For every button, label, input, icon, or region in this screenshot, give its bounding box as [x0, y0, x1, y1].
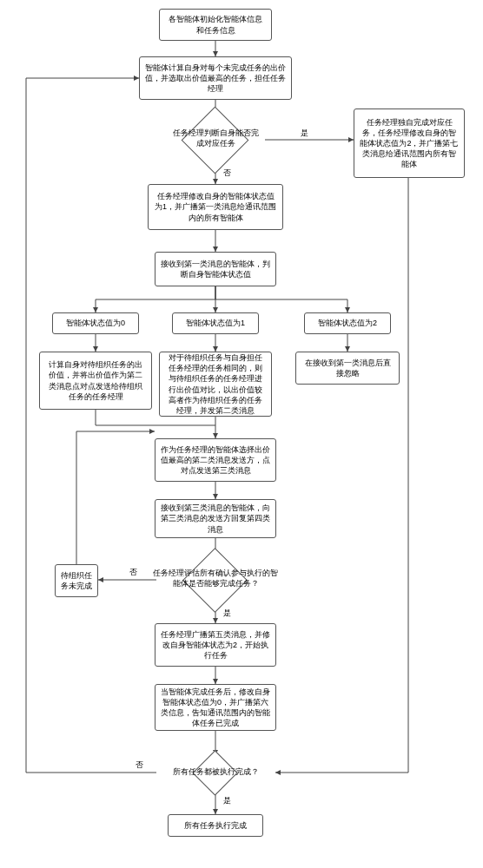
node-not-complete: 待组织任务未完成	[55, 564, 98, 597]
node-state0-action: 计算自身对待组织任务的出价值，并将出价值作为第二类消息点对点发送给待组织任务的任…	[39, 352, 152, 410]
text: 对于待组织任务与自身担任任务经理的任务相同的，则与待组织任务的任务经理进行出价值…	[165, 352, 266, 416]
decision-can-finish	[182, 548, 248, 613]
text: 作为任务经理的智能体选择出价值最高的第二类消息发送方，点对点发送第三类消息	[161, 444, 270, 476]
text: 智能体状态值为0	[66, 318, 125, 328]
node-state1-action: 对于待组织任务与自身担任任务经理的任务相同的，则与待组织任务的任务经理进行出价值…	[159, 352, 272, 417]
node-state-1: 智能体状态值为1	[172, 312, 259, 334]
text: 计算自身对待组织任务的出价值，并将出价值作为第二类消息点对点发送给待组织任务的任…	[45, 359, 146, 402]
edge-yes-1: 是	[300, 128, 309, 139]
edge-yes-2: 是	[222, 608, 232, 619]
node-calc-bid: 智能体计算自身对每个未完成任务的出价值，并选取出价值最高的任务，担任任务经理	[139, 56, 292, 100]
text: 在接收到第一类消息后直接忽略	[301, 358, 394, 378]
text: 任务经理修改自身的智能体状态值为1，并广播第一类消息给通讯范围内的所有智能体	[154, 191, 277, 222]
text: 任务经理广播第五类消息，并修改自身智能体状态为2，开始执行任务	[161, 629, 270, 661]
node-state-2: 智能体状态值为2	[304, 312, 391, 334]
text: 接收到第三类消息的智能体，向第三类消息的发送方回复第四类消息	[161, 503, 270, 534]
decision-can-complete	[182, 107, 249, 174]
text: 所有任务执行完成	[184, 820, 247, 831]
edge-no-3: 否	[135, 760, 144, 771]
node-all-complete: 所有任务执行完成	[168, 814, 263, 837]
text: 当智能体完成任务后，修改自身智能体状态值为0，并广播第六类信息，告知通讯范围内的…	[161, 687, 270, 729]
decision-all-done	[192, 750, 237, 795]
edge-no-2: 否	[129, 567, 138, 578]
node-broadcast-1: 任务经理修改自身的智能体状态值为1，并广播第一类消息给通讯范围内的所有智能体	[148, 184, 283, 230]
node-state2-action: 在接收到第一类消息后直接忽略	[295, 352, 400, 385]
text: 各智能体初始化智能体信息和任务信息	[165, 14, 266, 35]
node-reply-4: 接收到第三类消息的智能体，向第三类消息的发送方回复第四类消息	[155, 499, 276, 538]
edge-yes-3: 是	[222, 795, 232, 806]
text: 智能体计算自身对每个未完成任务的出价值，并选取出价值最高的任务，担任任务经理	[145, 62, 286, 94]
text: 待组织任务未完成	[61, 570, 92, 591]
node-recv-check: 接收到第一类消息的智能体，判断自身智能体状态值	[155, 252, 276, 286]
text: 接收到第一类消息的智能体，判断自身智能体状态值	[161, 259, 270, 279]
node-broadcast-6: 当智能体完成任务后，修改自身智能体状态值为0，并广播第六类信息，告知通讯范围内的…	[155, 684, 276, 731]
text: 智能体状态值为2	[318, 318, 377, 328]
node-solo-complete: 任务经理独自完成对应任务，任务经理修改自身的智能体状态值为2，并广播第七类消息给…	[354, 108, 465, 178]
edge-no-1: 否	[222, 168, 232, 179]
node-select-highest: 作为任务经理的智能体选择出价值最高的第二类消息发送方，点对点发送第三类消息	[155, 438, 276, 482]
node-broadcast-5: 任务经理广播第五类消息，并修改自身智能体状态为2，开始执行任务	[155, 623, 276, 667]
node-state-0: 智能体状态值为0	[52, 312, 139, 334]
node-init: 各智能体初始化智能体信息和任务信息	[159, 9, 272, 41]
text: 任务经理独自完成对应任务，任务经理修改自身的智能体状态值为2，并广播第七类消息给…	[360, 117, 459, 170]
text: 智能体状态值为1	[186, 318, 245, 328]
